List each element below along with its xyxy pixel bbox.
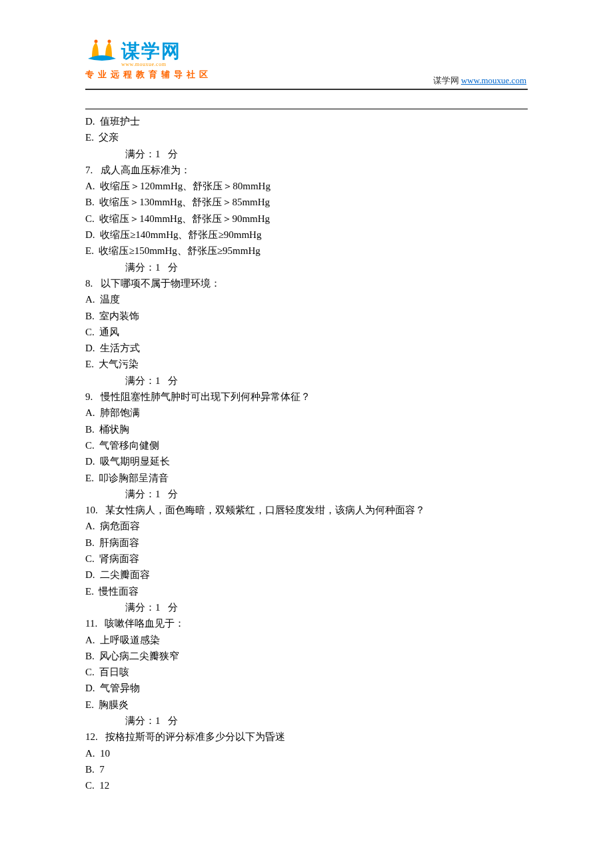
option-line: E. 父亲	[85, 129, 528, 145]
question-stem: 7. 成人高血压标准为：	[85, 162, 528, 178]
option-line: B. 收缩压＞130mmHg、舒张压＞85mmHg	[85, 194, 528, 210]
score-line: 满分：1 分	[85, 486, 528, 502]
option-line: E. 收缩压≥150mmHg、舒张压≥95mmHg	[85, 243, 528, 259]
option-line: C. 12	[85, 777, 528, 793]
question-stem: 8. 以下哪项不属于物理环境：	[85, 275, 528, 291]
option-line: A. 10	[85, 745, 528, 761]
option-line: C. 收缩压＞140mmHg、舒张压＞90mmHg	[85, 211, 528, 227]
option-line: D. 吸气期明显延长	[85, 453, 528, 469]
option-line: A. 病危面容	[85, 518, 528, 534]
site-label: 谋学网	[433, 75, 461, 85]
option-line: E. 大气污染	[85, 356, 528, 372]
option-line: D. 生活方式	[85, 340, 528, 356]
option-line: A. 收缩压＞120mmHg、舒张压＞80mmHg	[85, 178, 528, 194]
site-url-link[interactable]: www.mouxue.com	[461, 75, 526, 85]
option-line: C. 百日咳	[85, 664, 528, 680]
svg-point-0	[95, 40, 98, 43]
logo-subtitle: 专业远程教育辅导社区	[85, 69, 212, 81]
score-line: 满分：1 分	[85, 259, 528, 275]
option-line: D. 值班护士	[85, 113, 528, 129]
header-divider	[85, 89, 528, 90]
option-line: D. 收缩压≥140mmHg、舒张压≥90mmHg	[85, 227, 528, 243]
option-line: C. 肾病面容	[85, 551, 528, 567]
option-line: A. 上呼吸道感染	[85, 632, 528, 648]
score-line: 满分：1 分	[85, 713, 528, 729]
option-line: B. 肝病面容	[85, 535, 528, 551]
option-line: E. 慢性面容	[85, 583, 528, 599]
question-stem: 12. 按格拉斯哥的评分标准多少分以下为昏迷	[85, 729, 528, 745]
question-stem: 10. 某女性病人，面色晦暗，双颊紫红，口唇轻度发绀，该病人为何种面容？	[85, 502, 528, 518]
option-line: C. 气管移向健侧	[85, 437, 528, 453]
option-line: A. 温度	[85, 291, 528, 307]
score-line: 满分：1 分	[85, 373, 528, 389]
score-line: 满分：1 分	[85, 599, 528, 615]
question-stem: 11. 咳嗽伴咯血见于：	[85, 615, 528, 631]
svg-point-1	[108, 40, 111, 43]
option-line: C. 通风	[85, 324, 528, 340]
header-site-link: 谋学网 www.mouxue.com	[433, 75, 526, 87]
option-line: D. 二尖瓣面容	[85, 567, 528, 583]
site-logo: 谋学网 www.mouxue.com 专业远程教育辅导社区	[85, 39, 212, 81]
option-line: B. 桶状胸	[85, 421, 528, 437]
question-stem: 9. 慢性阻塞性肺气肿时可出现下列何种异常体征？	[85, 389, 528, 405]
score-line: 满分：1 分	[85, 146, 528, 162]
logo-icon	[85, 39, 119, 64]
option-line: E. 叩诊胸部呈清音	[85, 470, 528, 486]
option-line: D. 气管异物	[85, 680, 528, 696]
option-line: B. 7	[85, 761, 528, 777]
page-header: 谋学网 www.mouxue.com 专业远程教育辅导社区 谋学网 www.mo…	[0, 0, 613, 90]
option-line: B. 室内装饰	[85, 308, 528, 324]
option-line: E. 胸膜炎	[85, 697, 528, 713]
document-body: D. 值班护士E. 父亲满分：1 分7. 成人高血压标准为：A. 收缩压＞120…	[0, 109, 613, 793]
logo-text: 谋学网	[121, 39, 181, 64]
option-line: B. 风心病二尖瓣狭窄	[85, 648, 528, 664]
option-line: A. 肺部饱满	[85, 405, 528, 421]
